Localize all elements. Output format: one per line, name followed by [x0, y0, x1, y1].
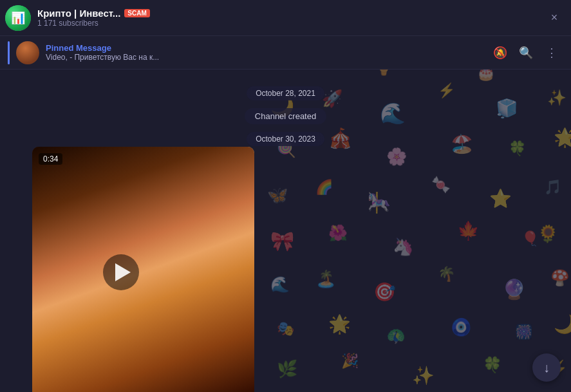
- channel-name: Крипто | Инвест...: [37, 8, 120, 19]
- pinned-thumb-img: [16, 41, 39, 64]
- search-button[interactable]: 🔍: [514, 41, 538, 64]
- scam-badge: SCAM: [124, 9, 149, 17]
- play-icon: [115, 263, 131, 281]
- pinned-thumbnail: [16, 41, 39, 64]
- avatar[interactable]: 📊: [5, 5, 31, 31]
- chat-area: October 28, 2021 Channel created October…: [0, 70, 571, 392]
- video-duration: 0:34: [39, 153, 62, 165]
- more-button[interactable]: ⋮: [540, 41, 563, 64]
- play-button[interactable]: [103, 254, 139, 290]
- pinned-accent: [8, 41, 10, 64]
- avatar-image: 📊: [5, 5, 31, 31]
- date-chip-1: October 28, 2021: [247, 86, 324, 100]
- pinned-text: Pinned Message Video, - Приветствую Вас …: [46, 43, 482, 62]
- pinned-preview: Video, - Приветствую Вас на к...: [46, 53, 482, 62]
- pinned-bar[interactable]: Pinned Message Video, - Приветствую Вас …: [0, 36, 571, 70]
- scroll-down-button[interactable]: ↓: [532, 353, 561, 382]
- mute-button[interactable]: 🔕: [489, 41, 512, 64]
- channel-name-row: Крипто | Инвест... SCAM: [37, 8, 150, 19]
- date-chip-2: October 30, 2023: [247, 132, 324, 146]
- subscribers-count: 1 171 subscribers: [37, 19, 150, 28]
- pinned-label: Pinned Message: [46, 43, 482, 53]
- header-left: 📊 Крипто | Инвест... SCAM 1 171 subscrib…: [5, 5, 543, 31]
- close-button[interactable]: ×: [543, 6, 566, 30]
- header: 📊 Крипто | Инвест... SCAM 1 171 subscrib…: [0, 0, 571, 36]
- video-thumbnail: 0:34: [32, 147, 254, 392]
- channel-created-chip: Channel created: [245, 108, 326, 124]
- video-message[interactable]: 0:34: [32, 147, 254, 392]
- channel-info: Крипто | Инвест... SCAM 1 171 subscriber…: [37, 8, 150, 28]
- header-icons: 🔕 🔍 ⋮: [489, 41, 563, 64]
